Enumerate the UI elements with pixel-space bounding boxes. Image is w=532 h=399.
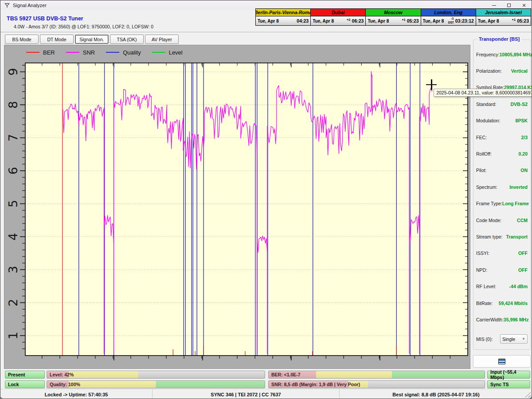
transponder-label: RF Level: bbox=[476, 284, 496, 289]
transponder-label: Code Mode: bbox=[476, 218, 501, 223]
transponder-value: OFF bbox=[518, 267, 528, 273]
y-axis-label: 5 bbox=[6, 200, 20, 207]
tab-signal-mon-[interactable]: Signal Mon. bbox=[75, 35, 109, 44]
transponder-label: CarrierWidth: bbox=[476, 317, 504, 322]
clock-date: Tue, Apr 8 bbox=[313, 19, 334, 23]
gauge-zone bbox=[316, 371, 391, 378]
transponder-label: Standard: bbox=[476, 102, 497, 107]
transponder-label: ISSYI: bbox=[476, 250, 489, 256]
chart-panel: 123456789 BERSNRQualityLevel bbox=[4, 45, 470, 369]
y-axis-label: 7 bbox=[6, 134, 20, 141]
device-subtitle: 4.0W - Amos 3/7 (ID: 3560) @ LOF1: 97500… bbox=[14, 24, 153, 29]
y-axis-label: 6 bbox=[6, 167, 20, 175]
clock-date-row: Tue, Apr 8+105:23 bbox=[366, 16, 420, 25]
transponder-row-stream-type-: Stream type:Transport bbox=[473, 228, 530, 245]
y-axis-label: 1 bbox=[6, 332, 20, 339]
transponder-value: 8PSK bbox=[516, 118, 528, 123]
close-icon: ✕ bbox=[522, 3, 526, 8]
clock-city: Jerusalem-Israel bbox=[476, 9, 531, 16]
transponder-label: Spectrum: bbox=[476, 184, 497, 190]
transponder-row-issyi-: ISSYI:OFF bbox=[473, 245, 530, 262]
tab-av-player[interactable]: AV Player bbox=[145, 35, 179, 44]
world-clock-panel: Berlin-Paris-Vienna-RomaTue, Apr 804:23D… bbox=[255, 8, 531, 26]
clock-cell-0: Berlin-Paris-Vienna-RomaTue, Apr 804:23 bbox=[256, 9, 311, 25]
clock-utc-offset: +1 bbox=[402, 18, 406, 22]
tab-dt-mode[interactable]: DT Mode bbox=[40, 35, 74, 44]
chevron-down-icon: ▼ bbox=[522, 337, 525, 341]
gauge-zone bbox=[156, 381, 265, 388]
maximize-icon bbox=[507, 4, 511, 7]
legend-line-icon bbox=[152, 52, 165, 53]
transponder-value: DVB-S2 bbox=[510, 102, 528, 107]
y-axis-label: 3 bbox=[6, 266, 20, 274]
clock-city: Berlin-Paris-Vienna-Roma bbox=[256, 9, 310, 16]
transponder-value: CCM bbox=[517, 218, 528, 223]
clock-date: Tue, Apr 8 bbox=[258, 19, 279, 23]
clock-time: 05:23 bbox=[407, 18, 419, 23]
clock-cell-3: London, EngTue, Apr 8-1DST03:23:12 bbox=[421, 9, 476, 25]
transponder-label: RollOff: bbox=[476, 151, 492, 156]
mis-label: MIS (0): bbox=[476, 336, 493, 342]
gauge-zone bbox=[392, 371, 485, 378]
gauge-strip: PresentLevel: 42%BER: <1.0E-7Input (~55,… bbox=[0, 370, 532, 389]
gauge-bar-level: Level: 42% bbox=[47, 371, 265, 379]
gauge-bar-label: BER: <1.0E-7 bbox=[271, 371, 301, 378]
transponder-value: 35,996 MHz bbox=[504, 317, 529, 322]
legend-line-icon bbox=[26, 52, 39, 53]
clock-date-row: Tue, Apr 8-1DST03:23:12 bbox=[421, 16, 476, 25]
save-transponder-button[interactable] bbox=[473, 355, 531, 368]
legend-item-quality: Quality bbox=[106, 49, 141, 56]
legend-item-snr: SNR bbox=[66, 49, 95, 56]
clock-time: 05:23 bbox=[517, 18, 529, 23]
disk-icon bbox=[498, 359, 505, 364]
transponder-groupbox: Transponder [BS] Frequency:10805,894 MHz… bbox=[473, 39, 531, 350]
transponder-label: Frame Type: bbox=[476, 201, 502, 206]
clock-cell-1: DubaiTue, Apr 8+206:23 bbox=[311, 9, 366, 25]
statusbar-section-1: SYNC 346 | TEI 2072 | CC 7637 bbox=[153, 389, 340, 399]
transponder-value: Long Frame bbox=[502, 201, 529, 206]
window-title: Signal Analyzer bbox=[13, 3, 47, 8]
mis-selected-value: Single bbox=[502, 336, 515, 342]
clock-date: Tue, Apr 8 bbox=[423, 19, 444, 23]
transponder-value: OFF bbox=[518, 250, 528, 256]
device-title: TBS 5927 USB DVB-S2 Tuner bbox=[7, 16, 83, 22]
y-axis-label: 9 bbox=[6, 68, 20, 75]
transponder-label: FEC: bbox=[476, 135, 487, 140]
transponder-value: Transport bbox=[506, 234, 528, 239]
transponder-value: Vertical bbox=[511, 68, 528, 74]
mis-select[interactable]: Single ▼ bbox=[500, 334, 528, 344]
legend-label: SNR bbox=[83, 49, 95, 56]
plot-background bbox=[25, 63, 468, 356]
chart-legend: BERSNRQualityLevel bbox=[26, 48, 194, 57]
legend-line-icon bbox=[66, 52, 79, 53]
transponder-row-polarization-: Polarization:Vertical bbox=[473, 63, 530, 79]
transponder-value: -44 dBm bbox=[509, 284, 528, 289]
y-axis-label: 8 bbox=[6, 101, 20, 109]
tab-tsa-ok-[interactable]: TSA (OK) bbox=[110, 35, 144, 44]
gauge-bar-label: SNR: 8,5 dB (Margin: 1,9 dB | Very Poor) bbox=[271, 381, 360, 388]
clock-date-row: Tue, Apr 8+206:23 bbox=[311, 16, 365, 25]
legend-line-icon bbox=[106, 52, 119, 53]
header-divider bbox=[0, 32, 532, 33]
transponder-row-bitrate-: BitRate:59,424 Mbit/s bbox=[473, 295, 530, 311]
clock-city: London, Eng bbox=[421, 9, 476, 16]
transponder-row-spectrum-: Spectrum:Inverted bbox=[473, 179, 530, 195]
signal-analyzer-window: Signal Analyzer ✕ TBS 5927 USB DVB-S2 Tu… bbox=[0, 0, 532, 399]
clock-time: 06:23 bbox=[352, 18, 364, 23]
transponder-title: Transponder [BS] bbox=[477, 36, 521, 42]
transponder-value: 59,424 Mbit/s bbox=[499, 301, 528, 306]
transponder-label: BitRate: bbox=[476, 301, 493, 306]
gauge-bar-ber: BER: <1.0E-7 bbox=[268, 371, 485, 379]
transponder-value: 10805,894 MHz bbox=[500, 52, 532, 57]
transponder-row-code-mode-: Code Mode:CCM bbox=[473, 212, 530, 228]
clock-city: Dubai bbox=[311, 9, 365, 16]
signal-chart[interactable]: 123456789 bbox=[4, 45, 470, 368]
transponder-label: Polarization: bbox=[476, 68, 502, 74]
transponder-label: Frequency: bbox=[476, 52, 500, 57]
transponder-label: Modulation: bbox=[476, 118, 500, 123]
y-axis-label: 4 bbox=[6, 233, 20, 240]
transponder-value: ON bbox=[520, 168, 528, 173]
statusbar-section-0: Locked -> Uptime: 57:40:35 bbox=[0, 389, 153, 399]
app-icon bbox=[4, 2, 10, 8]
tab-bs-mode[interactable]: BS Mode bbox=[5, 35, 39, 44]
